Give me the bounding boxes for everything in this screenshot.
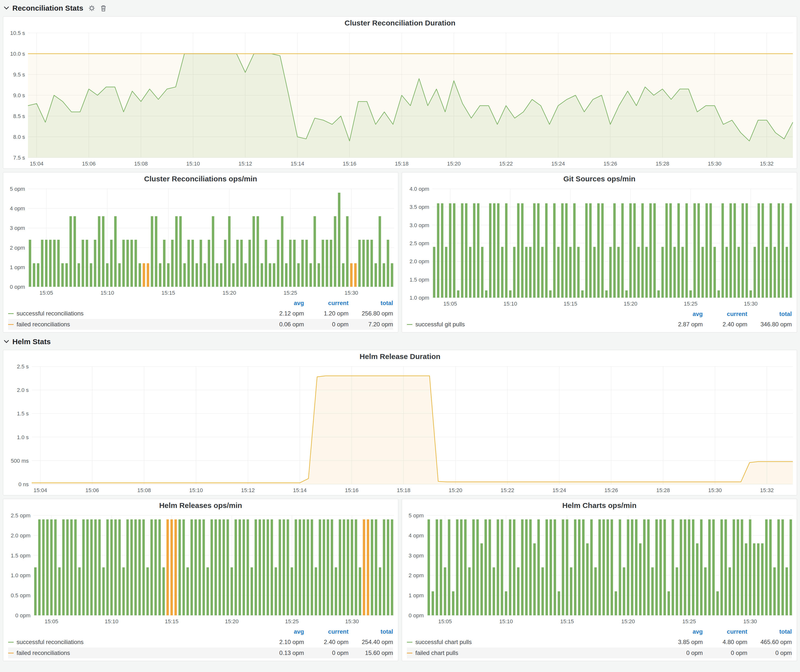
svg-text:1.0 opm: 1.0 opm <box>410 295 429 301</box>
svg-text:15:10: 15:10 <box>503 301 517 307</box>
svg-text:0.5 opm: 0.5 opm <box>11 592 31 598</box>
svg-text:10.0 s: 10.0 s <box>10 51 25 57</box>
series-current-value: 0 opm <box>304 321 349 328</box>
series-color-line-icon <box>407 324 412 325</box>
panel-title-cluster-reconciliation-duration[interactable]: Cluster Reconciliation Duration <box>3 17 797 29</box>
panel-title-helm-releases-ops[interactable]: Helm Releases ops/min <box>3 499 398 512</box>
trash-icon[interactable] <box>100 5 107 12</box>
svg-text:15:25: 15:25 <box>283 290 297 296</box>
dashboard-row-ops: Cluster Reconciliations ops/min 0 opm1 o… <box>3 172 797 333</box>
series-color-line-icon <box>8 324 14 325</box>
svg-text:15:05: 15:05 <box>443 301 457 307</box>
svg-text:15:15: 15:15 <box>162 290 175 296</box>
svg-text:15:05: 15:05 <box>45 618 58 624</box>
svg-text:15:18: 15:18 <box>395 161 408 167</box>
svg-text:15:05: 15:05 <box>39 290 53 296</box>
panel-title-helm-charts-ops[interactable]: Helm Charts ops/min <box>402 499 797 512</box>
series-label[interactable]: successful git pulls <box>407 321 658 328</box>
svg-text:15:05: 15:05 <box>438 618 452 624</box>
panel-title-helm-release-duration[interactable]: Helm Release Duration <box>3 350 797 363</box>
series-avg-value: 0.06 opm <box>259 321 304 328</box>
svg-text:15:06: 15:06 <box>85 487 99 493</box>
svg-text:2.0 opm: 2.0 opm <box>11 533 31 539</box>
git-sources-ops-chart[interactable]: 1.0 opm1.5 opm2.0 opm2.5 opm3.0 opm3.5 o… <box>402 185 797 309</box>
series-current-value: 1.20 opm <box>304 310 349 317</box>
svg-text:9.5 s: 9.5 s <box>13 72 25 78</box>
svg-text:15:30: 15:30 <box>708 487 722 493</box>
legend-helm-charts: avg current total successful chart pulls… <box>402 626 797 661</box>
legend-header: avg current total <box>407 309 792 319</box>
legend-sort-total[interactable]: total <box>747 310 792 317</box>
legend-sort-avg[interactable]: avg <box>259 300 304 307</box>
svg-text:15:06: 15:06 <box>82 161 96 167</box>
svg-text:15:20: 15:20 <box>449 487 462 493</box>
helm-releases-ops-chart[interactable]: 0 opm0.5 opm1.0 opm1.5 opm2.0 opm2.5 opm… <box>3 512 398 626</box>
svg-text:15:30: 15:30 <box>744 301 757 307</box>
panel-title-git-sources-ops[interactable]: Git Sources ops/min <box>402 173 797 185</box>
legend-sort-current[interactable]: current <box>703 310 747 317</box>
helm-charts-ops-chart[interactable]: 0 opm1 opm2 opm3 opm4 opm5 opm15:0515:10… <box>402 512 797 626</box>
svg-text:15:10: 15:10 <box>101 290 114 296</box>
legend-sort-total[interactable]: total <box>349 300 393 307</box>
svg-text:0 opm: 0 opm <box>15 612 30 619</box>
legend-header: avg current total <box>407 627 792 637</box>
chevron-down-icon <box>4 6 9 10</box>
legend-sort-avg[interactable]: avg <box>658 628 703 635</box>
svg-text:0 opm: 0 opm <box>10 284 25 290</box>
svg-text:8.5 s: 8.5 s <box>13 113 25 119</box>
legend-sort-avg[interactable]: avg <box>259 628 304 635</box>
series-color-line-icon <box>407 642 412 643</box>
legend-row-successful-reconciliations: successful reconciliations 2.12 opm 1.20… <box>8 308 393 319</box>
section-header-helm-stats[interactable]: Helm Stats <box>4 336 796 347</box>
series-total-value: 0 opm <box>747 650 792 656</box>
dashboard-row-helm-duration: Helm Release Duration 0 ns500 ms1.0 s1.5… <box>3 350 797 495</box>
series-label[interactable]: failed reconciliations <box>8 321 259 328</box>
panel-cluster-reconciliations-ops: Cluster Reconciliations ops/min 0 opm1 o… <box>3 172 398 333</box>
svg-text:2.5 s: 2.5 s <box>17 363 29 370</box>
legend-sort-avg[interactable]: avg <box>658 310 703 317</box>
legend-row-failed-reconciliations: failed reconciliations 0.06 opm 0 opm 7.… <box>8 319 393 330</box>
gear-icon[interactable] <box>88 5 95 12</box>
svg-text:15:30: 15:30 <box>345 290 358 296</box>
helm-release-duration-chart[interactable]: 0 ns500 ms1.0 s1.5 s2.0 s2.5 s15:0415:06… <box>3 363 797 495</box>
cluster-reconciliation-duration-chart[interactable]: 7.5 s8.0 s8.5 s9.0 s9.5 s10.0 s10.5 s15:… <box>3 29 797 168</box>
svg-text:15:10: 15:10 <box>499 618 513 624</box>
svg-text:1.5 s: 1.5 s <box>17 410 29 417</box>
series-label[interactable]: successful reconciliations <box>8 638 259 646</box>
series-avg-value: 0.13 opm <box>259 650 304 656</box>
legend-sort-current[interactable]: current <box>304 628 349 635</box>
svg-text:15:20: 15:20 <box>624 301 637 307</box>
svg-text:15:08: 15:08 <box>134 161 148 167</box>
section-title-reconciliation[interactable]: Reconciliation Stats <box>12 4 83 12</box>
legend-sort-total[interactable]: total <box>747 628 792 635</box>
section-title-helm[interactable]: Helm Stats <box>12 338 51 346</box>
series-label[interactable]: failed reconciliations <box>8 650 259 656</box>
series-current-value: 0 opm <box>304 650 349 656</box>
series-label[interactable]: successful chart pulls <box>407 638 658 646</box>
svg-text:15:20: 15:20 <box>621 618 635 624</box>
svg-text:1.0 opm: 1.0 opm <box>11 572 31 578</box>
svg-text:15:22: 15:22 <box>499 161 513 167</box>
svg-text:8.0 s: 8.0 s <box>13 134 25 140</box>
svg-text:15:20: 15:20 <box>222 290 236 296</box>
series-label[interactable]: failed chart pulls <box>407 650 658 656</box>
legend-sort-current[interactable]: current <box>703 628 747 635</box>
section-header-reconciliation-stats[interactable]: Reconciliation Stats <box>4 2 796 14</box>
svg-text:1.5 opm: 1.5 opm <box>410 277 429 283</box>
series-total-value: 7.20 opm <box>349 321 393 328</box>
svg-text:15:20: 15:20 <box>225 618 238 624</box>
svg-text:2 opm: 2 opm <box>10 245 25 251</box>
svg-text:15:25: 15:25 <box>684 301 698 307</box>
legend-sort-current[interactable]: current <box>304 300 349 307</box>
svg-text:4 opm: 4 opm <box>10 205 25 211</box>
panel-cluster-reconciliation-duration: Cluster Reconciliation Duration 7.5 s8.0… <box>3 16 797 169</box>
legend-sort-total[interactable]: total <box>349 628 393 635</box>
series-color-line-icon <box>8 313 14 314</box>
series-color-line-icon <box>8 642 14 643</box>
svg-text:3.5 opm: 3.5 opm <box>410 204 429 210</box>
series-label[interactable]: successful reconciliations <box>8 310 259 317</box>
series-color-line-icon <box>407 653 412 653</box>
panel-title-cluster-reconciliations-ops[interactable]: Cluster Reconciliations ops/min <box>3 173 398 185</box>
cluster-reconciliations-ops-chart[interactable]: 0 opm1 opm2 opm3 opm4 opm5 opm15:0515:10… <box>3 185 398 298</box>
svg-text:500 ms: 500 ms <box>11 458 29 464</box>
